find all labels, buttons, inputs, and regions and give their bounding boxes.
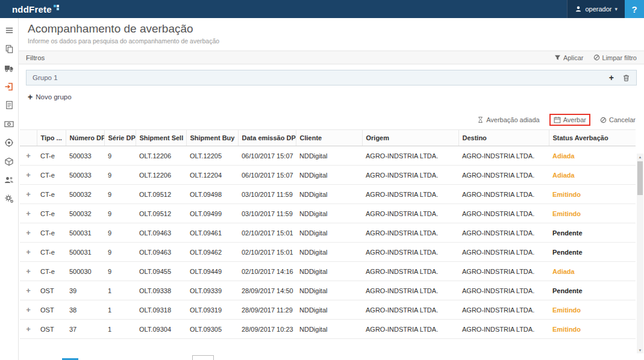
cell-serie: 9 (104, 223, 136, 243)
column-header[interactable]: Shipment Sell (136, 130, 186, 146)
cell-numero: 500033 (66, 166, 104, 185)
table-row: +CT-e5000339OLT.12206OLT.1220506/10/2017… (20, 146, 636, 166)
cell-destino: AGRO-INDSTRIA LTDA. (458, 281, 549, 300)
cell-cliente: NDDigital (296, 204, 362, 223)
cell-destino: AGRO-INDSTRIA LTDA. (458, 204, 549, 223)
expand-row-icon[interactable]: + (26, 190, 31, 199)
cell-buy: OLT.09498 (186, 185, 238, 204)
billing-icon[interactable] (4, 119, 14, 129)
apply-filter-button[interactable]: Aplicar (554, 54, 584, 61)
column-header[interactable]: Tipo ... (37, 130, 66, 146)
cell-sell: OLT.09463 (136, 223, 186, 243)
documents-copy-icon[interactable] (4, 44, 14, 54)
expand-row-icon[interactable]: + (26, 228, 31, 237)
cell-serie: 9 (104, 166, 136, 185)
cell-serie: 9 (104, 185, 136, 204)
column-header[interactable]: Status Averbação (549, 130, 636, 146)
cell-tipo: CT-e (37, 223, 66, 243)
cell-expand: + (20, 166, 37, 185)
column-header[interactable]: Cliente (296, 130, 362, 146)
filter-group-panel[interactable]: Grupo 1 + (26, 70, 637, 85)
expand-row-icon[interactable]: + (26, 151, 31, 160)
scroll-up-icon[interactable]: ▲ (637, 154, 643, 160)
cell-serie: 9 (104, 146, 136, 166)
averbacao-table: Tipo ...Número DPSSérie DPSShipment Sell… (20, 129, 636, 339)
cell-tipo: CT-e (37, 243, 66, 262)
cell-tipo: OST (37, 300, 66, 320)
cell-cliente: NDDigital (296, 281, 362, 300)
new-group-label: Novo grupo (36, 93, 71, 101)
cell-tipo: CT-e (37, 262, 66, 281)
cell-sell: OLT.09318 (136, 300, 186, 320)
user-label: operador (585, 5, 611, 13)
cell-sell: OLT.12206 (136, 146, 186, 166)
cell-buy: OLT.09461 (186, 223, 238, 243)
expand-row-icon[interactable]: + (26, 209, 31, 218)
cell-expand: + (20, 243, 37, 262)
pagination-area (19, 355, 644, 360)
nddfrete-logo-mark (54, 5, 59, 10)
averbacao-active-icon[interactable] (4, 81, 14, 92)
table-row: +CT-e5000329OLT.09512OLT.0949903/10/2017… (20, 204, 636, 223)
clear-filter-button[interactable]: Limpar filtro (593, 54, 637, 61)
expand-row-icon[interactable]: + (26, 247, 31, 256)
column-header[interactable]: Shipment Buy (186, 130, 238, 146)
expand-row-icon[interactable]: + (26, 267, 31, 276)
filter-funnel-icon (554, 54, 561, 61)
expand-row-icon[interactable]: + (26, 286, 31, 295)
table-header-row: Tipo ...Número DPSSérie DPSShipment Sell… (20, 130, 636, 146)
top-bar: nddFrete operador ▾ ? (0, 0, 644, 18)
hourglass-icon (477, 116, 484, 123)
users-icon[interactable] (4, 175, 14, 185)
expand-row-icon[interactable]: + (26, 324, 31, 334)
expand-row-icon[interactable]: + (26, 305, 31, 314)
column-header[interactable]: Série DPS (104, 130, 136, 146)
cell-status: Emitindo (549, 320, 636, 339)
settings-gears-icon[interactable] (4, 193, 14, 203)
cell-buy: OLT.09449 (186, 262, 238, 281)
filter-group-label: Grupo 1 (33, 74, 58, 81)
table-scrollbar[interactable]: ▲ ▼ (637, 154, 643, 353)
delete-group-trash-icon[interactable] (622, 74, 630, 82)
cell-emissao: 28/09/2017 10:23 (238, 320, 296, 339)
filters-bar: Filtros Aplicar Limpar filtro (19, 51, 644, 64)
cell-expand: + (20, 146, 37, 166)
averbacao-adiada-label: Averbação adiada (486, 116, 539, 123)
cancel-label: Cancelar (609, 116, 636, 123)
cell-tipo: CT-e (37, 146, 66, 166)
cell-emissao: 02/10/2017 15:01 (238, 223, 296, 243)
cancel-icon (600, 117, 607, 123)
cell-origem: AGRO-INDSTRIA LTDA. (362, 166, 458, 185)
column-header[interactable]: Data emissão DPS (238, 130, 296, 146)
page-size-select[interactable] (192, 355, 214, 360)
user-menu[interactable]: operador ▾ (567, 0, 625, 18)
cell-buy: OLT.09305 (186, 320, 238, 339)
cell-cliente: NDDigital (296, 185, 362, 204)
document-icon[interactable] (4, 100, 14, 110)
table-actions: Averbação adiada Averbar Cancelar (19, 114, 636, 126)
cell-expand: + (20, 204, 37, 223)
monitor-target-icon[interactable] (4, 137, 14, 147)
table-row: +CT-e5000319OLT.09463OLT.0946202/10/2017… (20, 243, 636, 262)
menu-icon[interactable] (4, 25, 14, 36)
add-filter-icon[interactable]: + (609, 73, 614, 82)
column-header[interactable] (20, 130, 37, 146)
column-header[interactable]: Destino (458, 130, 549, 146)
column-header[interactable]: Origem (362, 130, 458, 146)
truck-icon[interactable] (4, 63, 14, 73)
table-row: +OST371OLT.09304OLT.0930528/09/2017 10:2… (20, 320, 636, 339)
new-group-button[interactable]: + Novo grupo (28, 93, 644, 101)
column-header[interactable]: Número DPS (66, 130, 104, 146)
cell-status: Pendente (549, 281, 636, 300)
cancel-button[interactable]: Cancelar (600, 116, 636, 123)
averbacao-adiada-button[interactable]: Averbação adiada (477, 116, 539, 123)
scroll-down-icon[interactable]: ▼ (637, 347, 643, 353)
help-button[interactable]: ? (625, 0, 644, 18)
delivery-box-icon[interactable] (4, 156, 14, 166)
table-row: +CT-e5000329OLT.09512OLT.0949803/10/2017… (20, 185, 636, 204)
averbar-button[interactable]: Averbar (549, 114, 590, 126)
cell-emissao: 02/10/2017 15:01 (238, 243, 296, 262)
cell-origem: AGRO-INDSTRIA LTDA. (362, 262, 458, 281)
expand-row-icon[interactable]: + (26, 170, 31, 179)
scrollbar-thumb[interactable] (637, 161, 643, 195)
